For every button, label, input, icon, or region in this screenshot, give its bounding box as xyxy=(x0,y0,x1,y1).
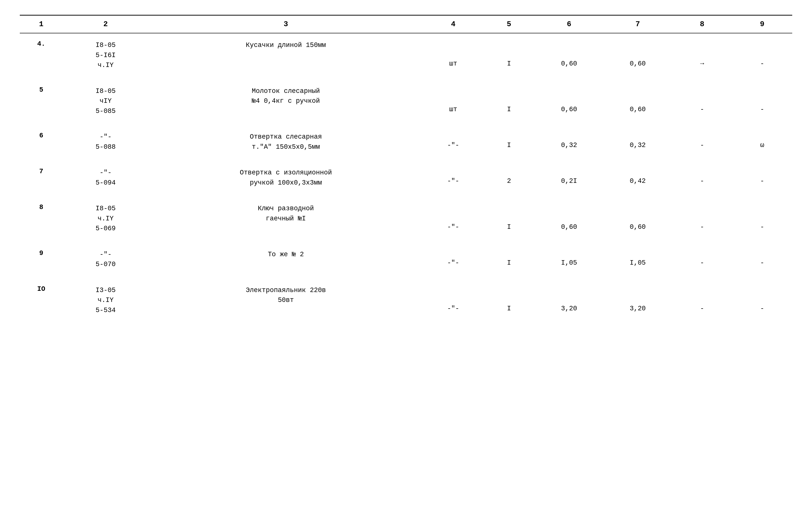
item-col9: - xyxy=(732,197,792,238)
item-code: I8-05чIY5-085 xyxy=(63,79,149,120)
item-total: 0,60 xyxy=(603,197,672,238)
item-price: 0,60 xyxy=(535,33,604,74)
row-number: 6 xyxy=(20,125,63,156)
item-col9: - xyxy=(732,161,792,192)
row-number: 4. xyxy=(20,33,63,74)
item-total: 0,60 xyxy=(603,33,672,74)
item-col8: - xyxy=(672,79,732,120)
item-price: 0,32 xyxy=(535,125,604,156)
item-unit: -"- xyxy=(423,243,483,273)
item-description: Молоток слесарный№4 0,4кг с ручкой xyxy=(149,79,423,120)
item-col9: - xyxy=(732,278,792,319)
table-row: 6-"-5-088Отвертка слесарнаят."А" 150х5х0… xyxy=(20,125,792,156)
item-quantity: I xyxy=(483,33,535,74)
item-quantity: 2 xyxy=(483,161,535,192)
col-header-9: 9 xyxy=(732,15,792,33)
row-number: 5 xyxy=(20,79,63,120)
item-quantity: I xyxy=(483,79,535,120)
item-total: I,05 xyxy=(603,243,672,273)
item-col8: - xyxy=(672,197,732,238)
spacer-row xyxy=(20,156,792,161)
item-total: 0,42 xyxy=(603,161,672,192)
item-col9: - xyxy=(732,243,792,273)
table-row: 4.I8-055-I6Iч.IYКусачки длиной 150ммштI0… xyxy=(20,33,792,74)
item-unit: шт xyxy=(423,33,483,74)
item-description: Отвертка с изоляционнойручкой 100х0,3х3м… xyxy=(149,161,423,192)
table-row: 5I8-05чIY5-085Молоток слесарный№4 0,4кг … xyxy=(20,79,792,120)
row-number: 8 xyxy=(20,197,63,238)
item-price: I,05 xyxy=(535,243,604,273)
item-code: I3-05ч.IY5-534 xyxy=(63,278,149,319)
main-table-container: 1 2 3 4 5 6 7 8 9 4.I8-055-I6Iч.IYКусачк… xyxy=(20,15,792,319)
table-row: 8I8-05ч.IY5-069Ключ разводнойгаечный №I-… xyxy=(20,197,792,238)
table-row: 9-"-5-070То же № 2-"-II,05I,05-- xyxy=(20,243,792,273)
spacer-row xyxy=(20,192,792,197)
item-price: 0,60 xyxy=(535,197,604,238)
item-code: I8-055-I6Iч.IY xyxy=(63,33,149,74)
item-description: Ключ разводнойгаечный №I xyxy=(149,197,423,238)
item-unit: шт xyxy=(423,79,483,120)
item-quantity: I xyxy=(483,125,535,156)
col-header-1: 1 xyxy=(20,15,63,33)
item-col8: - xyxy=(672,278,732,319)
item-description: То же № 2 xyxy=(149,243,423,273)
item-col8: → xyxy=(672,33,732,74)
item-code: -"-5-094 xyxy=(63,161,149,192)
item-col9: ω xyxy=(732,125,792,156)
col-header-2: 2 xyxy=(63,15,149,33)
col-header-7: 7 xyxy=(603,15,672,33)
spacer-row xyxy=(20,74,792,79)
item-quantity: I xyxy=(483,243,535,273)
spacer-row xyxy=(20,238,792,243)
item-code: -"-5-070 xyxy=(63,243,149,273)
item-description: Кусачки длиной 150мм xyxy=(149,33,423,74)
spacer-row xyxy=(20,120,792,125)
item-col8: - xyxy=(672,125,732,156)
item-col8: - xyxy=(672,161,732,192)
item-description: Электропаяльник 220в50вт xyxy=(149,278,423,319)
col-header-5: 5 xyxy=(483,15,535,33)
data-table: 1 2 3 4 5 6 7 8 9 4.I8-055-I6Iч.IYКусачк… xyxy=(20,15,792,319)
item-unit: -"- xyxy=(423,161,483,192)
item-description: Отвертка слесарнаят."А" 150х5х0,5мм xyxy=(149,125,423,156)
table-row: 7-"-5-094Отвертка с изоляционнойручкой 1… xyxy=(20,161,792,192)
item-col9: - xyxy=(732,79,792,120)
item-code: I8-05ч.IY5-069 xyxy=(63,197,149,238)
item-col9: - xyxy=(732,33,792,74)
col-header-4: 4 xyxy=(423,15,483,33)
col-header-8: 8 xyxy=(672,15,732,33)
item-total: 0,32 xyxy=(603,125,672,156)
item-total: 3,20 xyxy=(603,278,672,319)
row-number: IO xyxy=(20,278,63,319)
table-row: IOI3-05ч.IY5-534Электропаяльник 220в50вт… xyxy=(20,278,792,319)
item-quantity: I xyxy=(483,197,535,238)
item-col8: - xyxy=(672,243,732,273)
col-header-3: 3 xyxy=(149,15,423,33)
item-price: 3,20 xyxy=(535,278,604,319)
item-price: 0,2I xyxy=(535,161,604,192)
item-total: 0,60 xyxy=(603,79,672,120)
item-unit: -"- xyxy=(423,197,483,238)
spacer-row xyxy=(20,273,792,278)
item-unit: -"- xyxy=(423,125,483,156)
item-quantity: I xyxy=(483,278,535,319)
col-header-6: 6 xyxy=(535,15,604,33)
item-price: 0,60 xyxy=(535,79,604,120)
item-code: -"-5-088 xyxy=(63,125,149,156)
row-number: 9 xyxy=(20,243,63,273)
row-number: 7 xyxy=(20,161,63,192)
item-unit: -"- xyxy=(423,278,483,319)
